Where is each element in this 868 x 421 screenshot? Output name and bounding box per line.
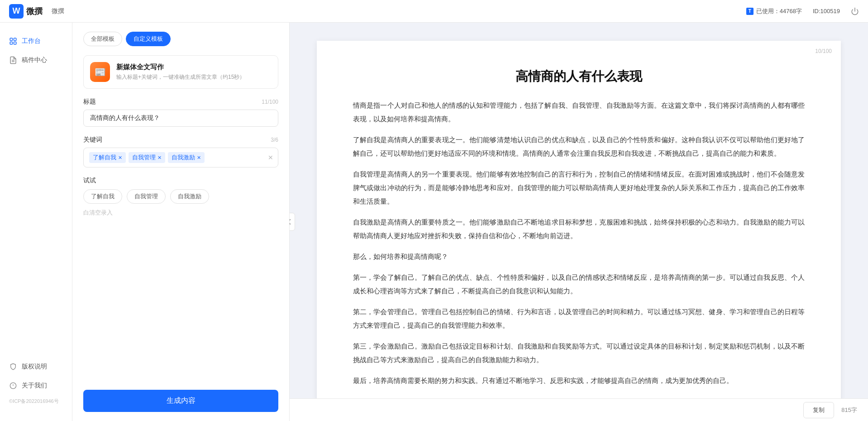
- tab-all-templates[interactable]: 全部模板: [83, 32, 122, 46]
- top-nav: W 微撰 微撰 T 已使用：44768字 ID:100519: [0, 0, 868, 23]
- logo-w-icon: W: [9, 4, 24, 19]
- keywords-section: 关键词 3/6 了解自我 ✕ 自我管理 ✕ 自我激励 ✕: [83, 136, 278, 167]
- suggestion-chip-2[interactable]: 自我管理: [127, 189, 166, 204]
- sidebar-top: 工作台 稿件中心: [0, 32, 72, 70]
- template-card-title: 新媒体全文写作: [116, 63, 272, 72]
- keywords-label: 关键词: [83, 136, 102, 144]
- usage-label: 已使用：44768字: [756, 7, 802, 15]
- article-page: 10/100 高情商的人有什么表现 情商是指一个人对自己和他人的情感的认知和管理…: [317, 41, 841, 421]
- page-counter: 10/100: [815, 48, 832, 54]
- article-paragraph: 了解自我是高情商人的重要表现之一。他们能够清楚地认识自己的优点和缺点，以及自己的…: [353, 133, 805, 160]
- id-label: ID:100519: [813, 8, 840, 14]
- article-title: 高情商的人有什么表现: [353, 68, 805, 85]
- keyword-tag-2-remove[interactable]: ✕: [157, 155, 162, 161]
- article-paragraph: 第三，学会激励自己。激励自己包括设定目标和计划、自我激励和自我奖励等方式。可以通…: [353, 340, 805, 367]
- suggestions-label: 试试: [83, 177, 278, 185]
- keywords-label-row: 关键词 3/6: [83, 136, 278, 144]
- template-card-info: 新媒体全文写作 输入标题+关键词，一键准确生成所需文章（约15秒）: [116, 63, 272, 81]
- keywords-clear-icon[interactable]: ✕: [268, 154, 273, 161]
- file-icon: [9, 56, 17, 64]
- article-paragraph: 第二，学会管理自己。管理自己包括控制自己的情绪、行为和言语，以及管理自己的时间和…: [353, 305, 805, 332]
- sidebar-item-drafts[interactable]: 稿件中心: [0, 51, 72, 70]
- svg-rect-3: [10, 42, 12, 44]
- article-paragraph: 那么，如何培养和提高情商呢？: [353, 250, 805, 263]
- article-body: 情商是指一个人对自己和他人的情感的认知和管理能力，包括了解自我、自我管理、自我激…: [353, 99, 805, 388]
- article-paragraph: 第一，学会了解自己。了解自己的优点、缺点、个性特质和偏好，以及自己的情感状态和情…: [353, 271, 805, 298]
- sidebar-label-workbench: 工作台: [22, 37, 41, 45]
- keyword-tag-3-remove[interactable]: ✕: [197, 155, 201, 161]
- title-label-row: 标题 11/100: [83, 98, 278, 106]
- keyword-tag-1: 了解自我 ✕: [89, 152, 126, 163]
- keywords-box[interactable]: 了解自我 ✕ 自我管理 ✕ 自我激励 ✕ ✕: [83, 148, 278, 167]
- article-paragraph: 情商是指一个人对自己和他人的情感的认知和管理能力，包括了解自我、自我管理、自我激…: [353, 99, 805, 126]
- article-paragraph: 最后，培养高情商需要长期的努力和实践。只有通过不断地学习、反思和实践，才能够提高…: [353, 374, 805, 388]
- right-panel: 10/100 高情商的人有什么表现 情商是指一个人对自己和他人的情感的认知和管理…: [290, 23, 868, 421]
- template-card: 📰 新媒体全文写作 输入标题+关键词，一键准确生成所需文章（约15秒）: [83, 55, 278, 89]
- copyright-label: 版权说明: [22, 363, 47, 371]
- keyword-tag-3: 自我激励 ✕: [168, 152, 205, 163]
- left-panel: 全部模板 自定义模板 📰 新媒体全文写作 输入标题+关键词，一键准确生成所需文章…: [72, 23, 290, 421]
- content-area: 全部模板 自定义模板 📰 新媒体全文写作 输入标题+关键词，一键准确生成所需文章…: [72, 23, 868, 421]
- title-counter: 11/100: [262, 99, 278, 105]
- svg-rect-4: [14, 42, 16, 44]
- sidebar-bottom: 版权说明 关于我们 ©ICP备2022016946号: [0, 357, 72, 412]
- suggestion-chips: 了解自我 自我管理 自我激励: [83, 189, 278, 204]
- sidebar: 工作台 稿件中心: [0, 23, 72, 421]
- title-label: 标题: [83, 98, 96, 106]
- grid-icon: [9, 37, 17, 45]
- article-paragraph: 自我激励是高情商人的重要特质之一。他们能够激励自己不断地追求目标和梦想，克服困难…: [353, 215, 805, 243]
- template-tabs: 全部模板 自定义模板: [83, 32, 278, 46]
- logo-text: 微撰: [26, 6, 43, 17]
- info-icon: [9, 382, 17, 390]
- article-paragraph: 自我管理是高情商人的另一个重要表现。他们能够有效地控制自己的言行和行为，控制自己…: [353, 167, 805, 208]
- title-input[interactable]: [83, 110, 278, 127]
- sidebar-item-about[interactable]: 关于我们: [0, 376, 72, 395]
- keyword-tag-1-remove[interactable]: ✕: [118, 155, 122, 161]
- suggestion-chip-1[interactable]: 了解自我: [83, 189, 122, 204]
- generate-button[interactable]: 生成内容: [83, 390, 278, 412]
- suggestions-section: 试试 了解自我 自我管理 自我激励 白清空录入: [83, 177, 278, 217]
- nav-right: T 已使用：44768字 ID:100519: [746, 7, 859, 15]
- template-card-desc: 输入标题+关键词，一键准确生成所需文章（约15秒）: [116, 73, 272, 81]
- template-card-icon: 📰: [90, 62, 110, 82]
- right-panel-bottom: 复制 815字: [290, 398, 868, 421]
- clear-link[interactable]: 白清空录入: [83, 209, 113, 216]
- icp-text: ©ICP备2022016946号: [0, 395, 72, 407]
- nav-left: W 微撰 微撰: [9, 4, 64, 19]
- sidebar-item-copyright[interactable]: 版权说明: [0, 357, 72, 376]
- keyword-tag-2: 自我管理 ✕: [129, 152, 165, 163]
- copy-button[interactable]: 复制: [803, 402, 834, 418]
- power-icon[interactable]: [851, 7, 859, 15]
- article-container: 10/100 高情商的人有什么表现 情商是指一个人对自己和他人的情感的认知和管理…: [290, 23, 868, 421]
- title-section: 标题 11/100: [83, 98, 278, 127]
- keywords-counter: 3/6: [271, 137, 278, 143]
- word-count: 815字: [841, 406, 857, 414]
- tab-custom-templates[interactable]: 自定义模板: [126, 32, 171, 46]
- svg-rect-1: [10, 38, 12, 40]
- nav-title: 微撰: [52, 7, 64, 15]
- sidebar-item-workbench[interactable]: 工作台: [0, 32, 72, 51]
- usage-info: T 已使用：44768字: [746, 7, 802, 15]
- about-label: 关于我们: [22, 382, 47, 390]
- logo: W 微撰: [9, 4, 43, 19]
- svg-rect-2: [14, 38, 16, 40]
- shield-icon: [9, 363, 17, 371]
- main-layout: 工作台 稿件中心: [0, 23, 868, 421]
- usage-icon: T: [746, 8, 754, 15]
- sidebar-label-drafts: 稿件中心: [22, 56, 47, 64]
- collapse-button[interactable]: [290, 213, 295, 231]
- suggestion-chip-3[interactable]: 自我激励: [170, 189, 209, 204]
